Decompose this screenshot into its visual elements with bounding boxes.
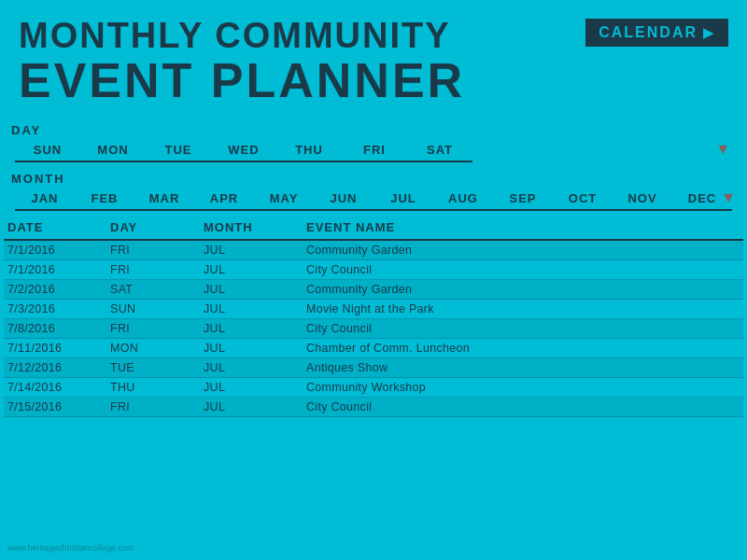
header: MONTHLY COMMUNITY EVENT PLANNER CALENDAR…	[0, 0, 747, 114]
calendar-badge[interactable]: CALENDAR ▶	[585, 19, 728, 47]
table-cell-date: 7/1/2016	[4, 260, 106, 279]
table-cell-day: TUE	[106, 358, 200, 377]
month-item[interactable]: APR	[194, 188, 254, 211]
table-cell-event: City Council	[303, 398, 743, 416]
table-cell-month: JUL	[200, 319, 303, 338]
table-cell-day: SUN	[106, 300, 200, 318]
table-header-cell: MONTH	[200, 218, 303, 236]
month-item[interactable]: JUN	[314, 188, 374, 211]
table-cell-month: JUL	[200, 339, 303, 357]
table-cell-date: 7/12/2016	[4, 358, 106, 377]
table-cell-month: JUL	[200, 398, 303, 416]
table-row: 7/8/2016FRIJULCity Council	[4, 319, 743, 339]
month-item[interactable]: SEP	[493, 188, 553, 211]
table-cell-month: JUL	[200, 280, 303, 299]
table-header: DATEDAYMONTHEVENT NAME	[4, 218, 743, 241]
events-table: DATEDAYMONTHEVENT NAME 7/1/2016FRIJULCom…	[4, 218, 743, 417]
month-item[interactable]: OCT	[553, 188, 613, 211]
day-section-label: DAY	[7, 123, 740, 137]
table-cell-event: Community Workshop	[303, 378, 743, 397]
table-row: 7/1/2016FRIJULCommunity Garden	[4, 241, 743, 260]
month-item[interactable]: FEB	[75, 188, 134, 211]
month-filter-icon[interactable]: ▼	[721, 189, 736, 206]
table-cell-day: MON	[106, 339, 200, 357]
table-cell-event: Chamber of Comm. Luncheon	[303, 339, 743, 357]
table-cell-event: Community Garden	[303, 241, 743, 259]
day-item[interactable]: MON	[80, 139, 146, 162]
table-row: 7/14/2016THUJULCommunity Workshop	[4, 378, 743, 398]
table-cell-event: Movie Night at the Park	[303, 300, 743, 318]
table-cell-date: 7/15/2016	[4, 398, 106, 416]
table-header-cell: EVENT NAME	[303, 218, 743, 236]
day-item[interactable]: SAT	[407, 139, 472, 162]
day-item[interactable]: TUE	[146, 139, 211, 162]
table-cell-month: JUL	[200, 358, 303, 377]
table-cell-day: FRI	[106, 241, 200, 259]
table-body: 7/1/2016FRIJULCommunity Garden7/1/2016FR…	[4, 241, 743, 417]
table-row: 7/12/2016TUEJULAntiques Show	[4, 358, 743, 378]
month-item[interactable]: JAN	[15, 188, 75, 211]
days-row: SUNMONTUEWEDTHUFRISAT	[11, 139, 736, 162]
month-row-wrapper: JANFEBMARAPRMAYJUNJULAUGSEPOCTNOVDEC ▼	[7, 188, 740, 211]
month-item[interactable]: JUL	[374, 188, 433, 211]
table-cell-event: Community Garden	[303, 280, 743, 299]
table-cell-month: JUL	[200, 300, 303, 318]
table-cell-month: JUL	[200, 378, 303, 397]
table-cell-date: 7/1/2016	[4, 241, 106, 259]
table-cell-day: FRI	[106, 260, 200, 279]
table-cell-date: 7/3/2016	[4, 300, 106, 318]
table-cell-date: 7/11/2016	[4, 339, 106, 357]
calendar-badge-arrow: ▶	[703, 25, 715, 40]
table-cell-event: Antiques Show	[303, 358, 743, 377]
table-row: 7/15/2016FRIJULCity Council	[4, 398, 743, 417]
table-row: 7/11/2016MONJULChamber of Comm. Luncheon	[4, 339, 743, 358]
table-cell-date: 7/14/2016	[4, 378, 106, 397]
day-item[interactable]: FRI	[342, 139, 407, 162]
table-cell-day: FRI	[106, 319, 200, 338]
table-row: 7/2/2016SATJULCommunity Garden	[4, 280, 743, 300]
day-row-wrapper: SUNMONTUEWEDTHUFRISAT ▼	[7, 139, 740, 162]
calendar-badge-label: CALENDAR	[599, 24, 698, 41]
day-filter-icon[interactable]: ▼	[715, 141, 730, 158]
table-header-cell: DAY	[106, 218, 200, 236]
table-cell-month: JUL	[200, 241, 303, 259]
month-item[interactable]: MAY	[254, 188, 314, 211]
day-item[interactable]: THU	[276, 139, 342, 162]
month-item[interactable]: MAR	[134, 188, 194, 211]
table-cell-day: FRI	[106, 398, 200, 416]
table-header-cell: DATE	[4, 218, 106, 236]
day-item[interactable]: WED	[211, 139, 276, 162]
table-row: 7/3/2016SUNJULMovie Night at the Park	[4, 300, 743, 319]
table-cell-event: City Council	[303, 319, 743, 338]
table-cell-date: 7/2/2016	[4, 280, 106, 299]
months-row: JANFEBMARAPRMAYJUNJULAUGSEPOCTNOVDEC	[11, 188, 736, 211]
month-item[interactable]: NOV	[613, 188, 672, 211]
table-cell-date: 7/8/2016	[4, 319, 106, 338]
title-line2: EVENT PLANNER	[19, 56, 728, 105]
table-row: 7/1/2016FRIJULCity Council	[4, 260, 743, 280]
month-section-label: MONTH	[7, 172, 740, 186]
table-cell-day: THU	[106, 378, 200, 397]
table-cell-day: SAT	[106, 280, 200, 299]
watermark: www.heritagechristiancollege.com	[7, 543, 134, 553]
table-cell-event: City Council	[303, 260, 743, 279]
table-cell-month: JUL	[200, 260, 303, 279]
month-item[interactable]: AUG	[433, 188, 493, 211]
day-item[interactable]: SUN	[15, 139, 80, 162]
